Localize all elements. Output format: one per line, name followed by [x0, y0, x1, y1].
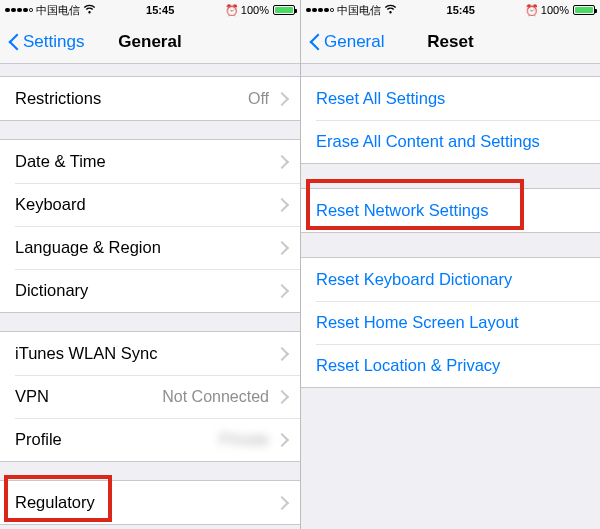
chevron-right-icon [277, 496, 285, 509]
row-language-region[interactable]: Language & Region [0, 226, 300, 269]
signal-strength-icon [306, 8, 334, 13]
chevron-left-icon [309, 32, 321, 52]
row-regulatory[interactable]: Regulatory [0, 481, 300, 524]
row-label: Language & Region [15, 238, 277, 257]
chevron-right-icon [277, 284, 285, 297]
status-bar: 中国电信 15:45 ⏰ 100% [301, 0, 600, 20]
row-date-time[interactable]: Date & Time [0, 140, 300, 183]
back-button-settings[interactable]: Settings [8, 32, 84, 52]
row-value: Off [248, 90, 269, 108]
row-label: Reset Keyboard Dictionary [316, 270, 585, 289]
back-button-general[interactable]: General [309, 32, 384, 52]
row-label: Profile [15, 430, 219, 449]
row-reset-network-settings[interactable]: Reset Network Settings [301, 189, 600, 232]
row-label: Date & Time [15, 152, 277, 171]
back-label: Settings [23, 32, 84, 52]
wifi-icon [83, 4, 96, 16]
row-profile[interactable]: Profile Private [0, 418, 300, 461]
status-time: 15:45 [96, 4, 225, 16]
row-vpn[interactable]: VPN Not Connected [0, 375, 300, 418]
chevron-right-icon [277, 92, 285, 105]
battery-percent: 100% [241, 4, 269, 16]
chevron-right-icon [277, 433, 285, 446]
row-keyboard[interactable]: Keyboard [0, 183, 300, 226]
chevron-left-icon [8, 32, 20, 52]
status-bar: 中国电信 15:45 ⏰ 100% [0, 0, 300, 20]
carrier-label: 中国电信 [337, 3, 381, 18]
row-label: VPN [15, 387, 162, 406]
row-label: Keyboard [15, 195, 277, 214]
chevron-right-icon [277, 241, 285, 254]
row-itunes-wlan-sync[interactable]: iTunes WLAN Sync [0, 332, 300, 375]
row-label: Dictionary [15, 281, 277, 300]
battery-icon [573, 5, 595, 15]
nav-bar: Settings General [0, 20, 300, 64]
row-reset-all-settings[interactable]: Reset All Settings [301, 77, 600, 120]
row-reset-keyboard-dictionary[interactable]: Reset Keyboard Dictionary [301, 258, 600, 301]
row-label: Restrictions [15, 89, 248, 108]
alarm-icon: ⏰ [525, 4, 539, 17]
signal-strength-icon [5, 8, 33, 13]
row-label: Reset Home Screen Layout [316, 313, 585, 332]
carrier-label: 中国电信 [36, 3, 80, 18]
row-label: Reset Network Settings [316, 201, 585, 220]
chevron-right-icon [277, 155, 285, 168]
row-label: iTunes WLAN Sync [15, 344, 277, 363]
chevron-right-icon [277, 198, 285, 211]
reset-settings-pane: 中国电信 15:45 ⏰ 100% General Reset Reset Al… [300, 0, 600, 529]
alarm-icon: ⏰ [225, 4, 239, 17]
row-label: Reset All Settings [316, 89, 585, 108]
row-reset-location-privacy[interactable]: Reset Location & Privacy [301, 344, 600, 387]
back-label: General [324, 32, 384, 52]
row-dictionary[interactable]: Dictionary [0, 269, 300, 312]
chevron-right-icon [277, 347, 285, 360]
general-settings-pane: 中国电信 15:45 ⏰ 100% Settings General Restr… [0, 0, 300, 529]
row-reset-home-screen[interactable]: Reset Home Screen Layout [301, 301, 600, 344]
row-restrictions[interactable]: Restrictions Off [0, 77, 300, 120]
nav-bar: General Reset [301, 20, 600, 64]
chevron-right-icon [277, 390, 285, 403]
battery-icon [273, 5, 295, 15]
row-value: Not Connected [162, 388, 269, 406]
row-label: Regulatory [15, 493, 277, 512]
wifi-icon [384, 4, 397, 16]
status-time: 15:45 [397, 4, 525, 16]
row-value: Private [219, 431, 269, 449]
row-label: Erase All Content and Settings [316, 132, 585, 151]
battery-percent: 100% [541, 4, 569, 16]
row-erase-all-content[interactable]: Erase All Content and Settings [301, 120, 600, 163]
row-label: Reset Location & Privacy [316, 356, 585, 375]
